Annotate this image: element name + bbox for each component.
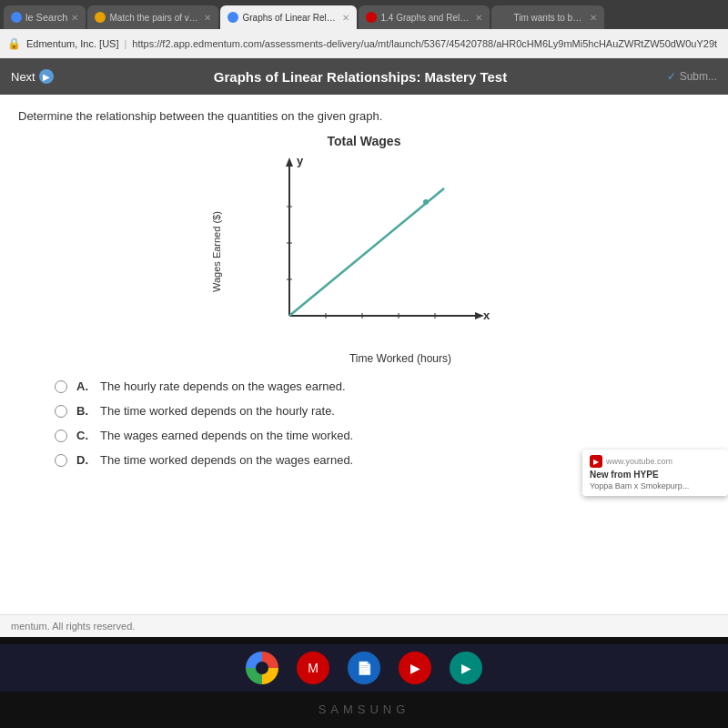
yt-notification-title: New from HYPE <box>590 470 721 480</box>
submit-label: Subm... <box>680 70 717 83</box>
address-separator: | <box>124 38 126 49</box>
tab-label: le Search <box>25 12 67 23</box>
option-b-radio[interactable] <box>55 405 67 418</box>
samsung-bar: SAMSUNG <box>0 692 728 728</box>
chrome-icon[interactable] <box>246 652 278 684</box>
play-icon[interactable]: ▶ <box>450 652 482 684</box>
svg-line-4 <box>289 188 444 316</box>
x-axis-letter: x <box>483 308 490 322</box>
option-a-text: The hourly rate depends on the wages ear… <box>100 379 346 393</box>
y-axis-letter: y <box>297 154 304 167</box>
tab-icon <box>499 12 510 23</box>
tab-close[interactable]: ✕ <box>475 13 482 23</box>
option-d-text: The time worked depends on the wages ear… <box>100 453 353 467</box>
samsung-text: SAMSUNG <box>318 703 410 716</box>
address-bar: 🔒 Edmentum, Inc. [US] | https://f2.app.e… <box>0 29 728 58</box>
option-b-letter: B. <box>76 404 91 418</box>
gmail-icon[interactable]: M <box>297 652 329 684</box>
footer-text: mentum. All rights reserved. <box>11 621 135 632</box>
tab-close[interactable]: ✕ <box>204 13 211 23</box>
tab-bar: le Search ✕ Match the pairs of variables… <box>0 0 728 29</box>
graph-container: Total Wages Wages Earned ($) <box>18 134 710 365</box>
files-icon[interactable]: 📄 <box>348 652 380 684</box>
submit-icon: ✓ <box>667 70 676 83</box>
address-text[interactable]: https://f2.app.edmentum.com/assessments-… <box>132 38 721 49</box>
nav-bar: Next ▶ Graphs of Linear Relationships: M… <box>0 58 728 95</box>
option-c-row: C. The wages earned depends on the time … <box>55 429 710 442</box>
graph-title: Total Wages <box>328 134 401 148</box>
bottom-bar: M 📄 ▶ ▶ SAMSUNG <box>0 637 728 728</box>
option-c-letter: C. <box>76 429 91 442</box>
tab-relationships[interactable]: 1.4 Graphs and Relationships M ✕ <box>359 5 490 29</box>
page-title: Graphs of Linear Relationships: Mastery … <box>61 69 661 85</box>
option-c-radio[interactable] <box>55 430 67 442</box>
yt-notification-subtitle: Yoppa Bam x Smokepurp... <box>590 481 721 490</box>
tab-search[interactable]: le Search ✕ <box>4 5 86 29</box>
option-a-row: A. The hourly rate depends on the wages … <box>55 379 710 393</box>
footer: mentum. All rights reserved. <box>0 614 728 637</box>
tab-icon <box>95 12 106 23</box>
content-area: Determine the relationship between the q… <box>0 95 728 614</box>
option-b-row: B. The time worked depends on the hourly… <box>55 404 710 418</box>
tab-close[interactable]: ✕ <box>590 13 597 23</box>
graph-svg: y x <box>226 152 517 352</box>
tab-label: Tim wants to boil ri... <box>513 13 586 23</box>
next-icon: ▶ <box>39 69 54 84</box>
tab-tim[interactable]: Tim wants to boil ri... ✕ <box>491 5 604 29</box>
yt-notification[interactable]: ▶ www.youtube.com New from HYPE Yoppa Ba… <box>582 450 728 496</box>
graph-area: Wages Earned ($) y <box>211 152 517 352</box>
yt-site: www.youtube.com <box>606 457 672 466</box>
tab-label: Graphs of Linear Relationships <box>242 13 339 23</box>
lock-icon: 🔒 <box>7 37 21 50</box>
svg-marker-1 <box>286 157 293 167</box>
option-a-radio[interactable] <box>55 380 67 393</box>
youtube-icon[interactable]: ▶ <box>399 652 431 684</box>
tab-graphs[interactable]: Graphs of Linear Relationships ✕ <box>220 5 357 29</box>
option-b-text: The time worked depends on the hourly ra… <box>100 404 335 418</box>
option-d-radio[interactable] <box>55 454 67 467</box>
option-c-text: The wages earned depends on the time wor… <box>100 429 353 442</box>
yt-icon: ▶ <box>590 455 602 468</box>
option-a-letter: A. <box>76 379 91 393</box>
x-axis-label: Time Worked (hours) <box>349 352 451 365</box>
next-label: Next <box>11 70 35 84</box>
svg-point-5 <box>423 199 429 205</box>
browser-frame: le Search ✕ Match the pairs of variables… <box>0 0 728 728</box>
tab-icon <box>11 12 22 23</box>
option-d-letter: D. <box>76 453 91 467</box>
y-axis-label: Wages Earned ($) <box>211 170 222 334</box>
site-name: Edmentum, Inc. [US] <box>26 38 118 49</box>
tab-match[interactable]: Match the pairs of variables wi ✕ <box>87 5 218 29</box>
tab-close[interactable]: ✕ <box>71 13 78 23</box>
graph-svg-element: y x <box>226 152 517 352</box>
tab-label: 1.4 Graphs and Relationships M <box>380 13 471 23</box>
next-button[interactable]: Next ▶ <box>11 69 54 84</box>
tab-icon <box>228 12 238 23</box>
question-text: Determine the relationship between the q… <box>18 109 710 123</box>
tab-label: Match the pairs of variables wi <box>109 13 200 23</box>
tab-close[interactable]: ✕ <box>342 13 349 23</box>
tab-icon <box>366 12 377 23</box>
submit-button[interactable]: ✓ Subm... <box>667 70 717 83</box>
taskbar: M 📄 ▶ ▶ <box>0 644 728 692</box>
